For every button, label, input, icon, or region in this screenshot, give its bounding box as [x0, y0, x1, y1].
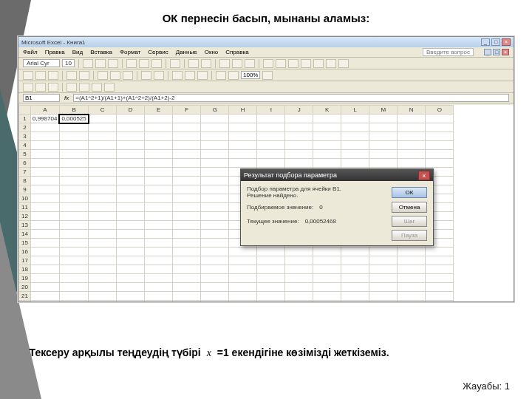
cell[interactable]	[201, 115, 229, 123]
cell[interactable]	[398, 274, 426, 283]
cell[interactable]	[89, 185, 117, 194]
column-header[interactable]: E	[145, 106, 173, 115]
select-all-cell[interactable]	[19, 106, 31, 115]
cell[interactable]	[426, 123, 454, 132]
cell[interactable]	[31, 283, 60, 292]
cell[interactable]	[59, 203, 88, 212]
row-header[interactable]: 13	[19, 221, 31, 230]
cell[interactable]	[173, 159, 201, 168]
dialog-pause-button[interactable]: Пауза	[392, 230, 427, 241]
cell[interactable]	[117, 230, 145, 239]
cell[interactable]	[145, 141, 173, 150]
cell[interactable]	[89, 203, 117, 212]
cell[interactable]	[257, 159, 285, 168]
column-header[interactable]: M	[369, 106, 398, 115]
cell[interactable]	[117, 239, 145, 248]
fx-icon[interactable]: fx	[64, 95, 69, 101]
cell[interactable]	[117, 203, 145, 212]
help-search-input[interactable]: Введите вопрос	[423, 48, 474, 56]
toolbar-button[interactable]	[313, 59, 324, 68]
cell[interactable]	[229, 301, 257, 302]
cell[interactable]	[59, 132, 88, 141]
menu-edit[interactable]: Правка	[45, 49, 65, 55]
cell[interactable]	[89, 248, 117, 256]
row-header[interactable]: 20	[19, 283, 31, 292]
cell[interactable]	[117, 292, 145, 301]
cell[interactable]	[398, 301, 426, 302]
cell[interactable]	[31, 123, 60, 132]
cell[interactable]	[145, 301, 173, 302]
cell[interactable]	[257, 274, 285, 283]
cell[interactable]	[201, 132, 229, 141]
cell[interactable]	[201, 168, 229, 177]
cell[interactable]	[369, 292, 398, 301]
row-header[interactable]: 9	[19, 185, 31, 194]
cell[interactable]	[201, 230, 229, 239]
cell[interactable]	[426, 283, 454, 292]
cell[interactable]	[89, 194, 117, 203]
cell[interactable]	[257, 132, 285, 141]
cell[interactable]	[313, 115, 341, 123]
cell[interactable]	[341, 141, 369, 150]
menu-data[interactable]: Данные	[176, 49, 197, 55]
toolbar-button[interactable]	[79, 83, 89, 92]
cell[interactable]	[257, 301, 285, 302]
row-header[interactable]: 8	[19, 177, 31, 185]
cell[interactable]: 0,998704	[31, 115, 60, 123]
cell[interactable]	[341, 301, 369, 302]
cell[interactable]	[59, 141, 88, 150]
cell[interactable]	[285, 159, 313, 168]
cell[interactable]	[89, 221, 117, 230]
workbook-close-button[interactable]: ×	[502, 49, 509, 55]
cell[interactable]	[59, 292, 88, 301]
cell[interactable]	[313, 256, 341, 265]
font-color-button[interactable]	[245, 59, 255, 68]
cell[interactable]	[426, 150, 454, 159]
cell[interactable]	[31, 185, 60, 194]
workbook-restore-button[interactable]: □	[493, 49, 500, 55]
cell[interactable]	[117, 150, 145, 159]
cell[interactable]	[201, 301, 229, 302]
cell[interactable]	[145, 132, 173, 141]
cell[interactable]	[341, 265, 369, 274]
cell[interactable]	[173, 292, 201, 301]
italic-button[interactable]	[95, 59, 106, 68]
cell[interactable]	[173, 283, 201, 292]
row-header[interactable]: 1	[19, 115, 31, 123]
toolbar-button[interactable]	[338, 59, 349, 68]
cell[interactable]	[341, 132, 369, 141]
cell[interactable]	[117, 141, 145, 150]
column-header[interactable]: B	[59, 106, 88, 115]
align-center-button[interactable]	[139, 59, 149, 68]
cell[interactable]	[229, 248, 257, 256]
cell[interactable]	[285, 256, 313, 265]
cell[interactable]	[31, 159, 60, 168]
cell[interactable]	[426, 115, 454, 123]
cell[interactable]	[341, 274, 369, 283]
cell[interactable]	[117, 115, 145, 123]
cell[interactable]	[145, 248, 173, 256]
cell[interactable]	[201, 283, 229, 292]
menu-window[interactable]: Окно	[205, 49, 219, 55]
cell[interactable]	[117, 177, 145, 185]
cell[interactable]	[59, 123, 88, 132]
cell[interactable]	[285, 292, 313, 301]
cell[interactable]	[89, 301, 117, 302]
cell[interactable]	[313, 141, 341, 150]
cell[interactable]	[313, 159, 341, 168]
toolbar-button[interactable]	[301, 59, 311, 68]
cell[interactable]	[89, 230, 117, 239]
cell[interactable]	[59, 221, 88, 230]
row-header[interactable]: 7	[19, 168, 31, 177]
close-button[interactable]: ×	[502, 38, 511, 46]
align-left-button[interactable]	[126, 59, 137, 68]
cell[interactable]	[398, 132, 426, 141]
cell[interactable]	[173, 177, 201, 185]
cell[interactable]	[257, 248, 285, 256]
cell[interactable]	[229, 292, 257, 301]
cell[interactable]	[145, 274, 173, 283]
cell[interactable]	[201, 159, 229, 168]
row-header[interactable]: 18	[19, 265, 31, 274]
cell[interactable]	[201, 256, 229, 265]
cell[interactable]	[117, 212, 145, 221]
